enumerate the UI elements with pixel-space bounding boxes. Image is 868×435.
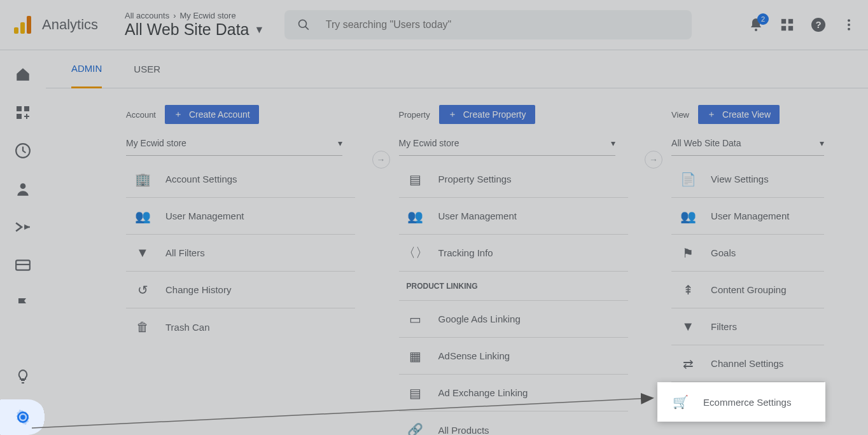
nav-acquisition[interactable]	[8, 212, 38, 242]
item-label: View Settings	[711, 174, 769, 184]
item-label: Property Settings	[438, 174, 512, 184]
clock-icon	[15, 142, 31, 159]
move-account-button[interactable]: →	[372, 151, 390, 169]
view-settings-item[interactable]: 📄 View Settings	[671, 161, 824, 198]
logo[interactable]: Analytics	[11, 13, 98, 36]
link-icon: 🔗	[407, 422, 424, 435]
history-icon: ↺	[134, 282, 151, 298]
help-button[interactable]: ?	[811, 17, 826, 32]
caret-down-icon[interactable]: ▼	[255, 24, 265, 36]
svg-line-4	[305, 27, 309, 30]
content-grouping-item[interactable]: ⇞ Content Grouping	[671, 272, 824, 308]
channel-settings-item[interactable]: ⇄ Channel Settings	[671, 345, 824, 382]
trash-can-item[interactable]: 🗑 Trash Can	[126, 308, 355, 345]
svg-point-13	[848, 24, 850, 26]
svg-point-5	[755, 29, 757, 31]
analytics-logo-icon	[11, 13, 34, 36]
all-filters-item[interactable]: ▼ All Filters	[126, 235, 355, 272]
nav-admin[interactable]	[0, 399, 46, 435]
lightbulb-icon	[15, 369, 31, 384]
building-icon: 🏢	[134, 172, 151, 187]
ecommerce-settings-item[interactable]: 🛒 Ecommerce Settings	[657, 382, 825, 422]
nav-realtime[interactable]	[8, 135, 38, 166]
account-selector-value: My Ecwid store	[126, 138, 186, 148]
chevron-right-icon: ›	[173, 11, 176, 20]
google-ads-linking-item[interactable]: ▭ Google Ads Linking	[399, 301, 628, 338]
search-input[interactable]	[326, 19, 680, 31]
view-user-management-item[interactable]: 👥 User Management	[671, 198, 824, 235]
search-box[interactable]	[284, 10, 692, 39]
kebab-icon	[843, 18, 855, 31]
create-view-label: Create View	[722, 109, 771, 120]
apps-button[interactable]	[780, 18, 794, 32]
plus-icon: ＋	[707, 109, 716, 120]
svg-point-12	[848, 19, 850, 22]
ad-exchange-linking-item[interactable]: ▤ Ad Exchange Linking	[399, 375, 628, 411]
arrows-converge-icon	[15, 219, 31, 235]
breadcrumb: All accounts › My Ecwid store	[125, 11, 264, 20]
tracking-info-item[interactable]: 〈〉 Tracking Info	[399, 235, 628, 272]
people-icon: 👥	[134, 209, 151, 224]
tab-user[interactable]: USER	[134, 50, 160, 88]
code-icon: 〈〉	[407, 244, 424, 261]
merge-icon: ⇞	[679, 282, 697, 298]
property-selector[interactable]: My Ecwid store ▾	[399, 130, 615, 156]
card-icon: ▭	[407, 312, 424, 327]
admin-tabs: ADMIN USER	[46, 50, 868, 88]
item-label: Channel Settings	[711, 358, 783, 369]
home-icon	[15, 66, 31, 83]
breadcrumb-lvl2: My Ecwid store	[179, 11, 235, 20]
nav-discover[interactable]	[8, 361, 38, 392]
people-icon: 👥	[679, 209, 697, 224]
svg-rect-9	[788, 26, 793, 31]
create-property-label: Create Property	[463, 109, 526, 120]
apps-grid-icon	[780, 18, 794, 32]
account-user-management-item[interactable]: 👥 User Management	[126, 198, 355, 235]
filters-item[interactable]: ▼ Filters	[671, 308, 824, 345]
svg-rect-17	[17, 114, 22, 119]
logo-text: Analytics	[42, 17, 98, 33]
create-view-button[interactable]: ＋ Create View	[698, 105, 780, 124]
property-settings-item[interactable]: ▤ Property Settings	[399, 161, 628, 198]
view-selector[interactable]: All Web Site Data ▾	[671, 130, 824, 156]
svg-rect-2	[27, 16, 31, 34]
nav-audience[interactable]	[8, 174, 38, 204]
move-property-button[interactable]: →	[645, 151, 662, 169]
view-label: View	[671, 110, 689, 120]
item-label: User Management	[165, 211, 244, 221]
item-label: Goals	[711, 247, 736, 258]
product-linking-header: PRODUCT LINKING	[399, 272, 628, 301]
create-account-button[interactable]: ＋ Create Account	[165, 105, 259, 124]
nav-home[interactable]	[8, 59, 38, 90]
title-block[interactable]: All accounts › My Ecwid store All Web Si…	[125, 11, 264, 39]
goals-item[interactable]: ⚑ Goals	[671, 235, 824, 272]
account-settings-item[interactable]: 🏢 Account Settings	[126, 161, 355, 198]
all-products-item[interactable]: 🔗 All Products	[399, 411, 628, 435]
column-property: Property ＋ Create Property My Ecwid stor…	[399, 105, 672, 435]
tab-admin[interactable]: ADMIN	[71, 50, 102, 88]
item-label: Tracking Info	[438, 247, 493, 258]
item-label: Trash Can	[165, 322, 209, 333]
cart-icon: 🛒	[671, 394, 689, 410]
notifications-button[interactable]: 2	[748, 17, 764, 32]
people-icon: 👥	[407, 209, 424, 224]
account-selector[interactable]: My Ecwid store ▾	[126, 130, 342, 156]
nav-behavior[interactable]	[8, 250, 38, 280]
overflow-menu-button[interactable]	[843, 18, 855, 31]
create-property-button[interactable]: ＋ Create Property	[439, 105, 535, 124]
card-icon	[15, 257, 31, 273]
left-nav	[0, 50, 46, 435]
adsense-linking-item[interactable]: ▦ AdSense Linking	[399, 338, 628, 375]
help-icon: ?	[811, 17, 826, 32]
svg-text:?: ?	[815, 19, 821, 30]
flag-icon	[15, 296, 31, 311]
item-label: AdSense Linking	[438, 350, 510, 361]
nav-customization[interactable]	[8, 97, 38, 128]
item-label: Change History	[165, 284, 231, 295]
property-user-management-item[interactable]: 👥 User Management	[399, 198, 628, 235]
change-history-item[interactable]: ↺ Change History	[126, 272, 355, 308]
caret-down-icon: ▾	[611, 138, 615, 148]
admin-content: ADMIN USER Account ＋ Create Account My E…	[46, 50, 868, 435]
column-view: View ＋ Create View All Web Site Data ▾ 📄…	[671, 105, 868, 435]
nav-conversions[interactable]	[8, 288, 38, 319]
